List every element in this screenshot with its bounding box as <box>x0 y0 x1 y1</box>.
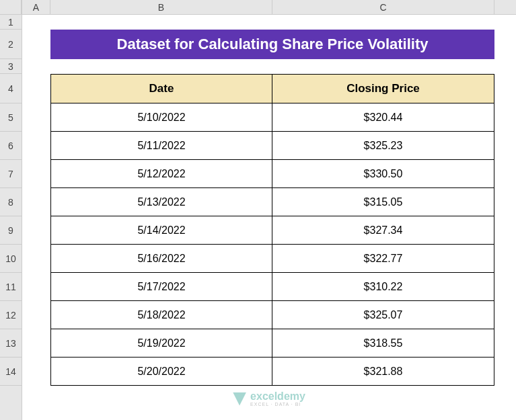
col-header-a[interactable]: A <box>22 0 50 14</box>
cell-date[interactable]: 5/11/2022 <box>50 132 272 160</box>
cell-price[interactable]: $310.22 <box>272 273 494 301</box>
column-headers: A B C <box>22 0 516 15</box>
cell-date[interactable]: 5/17/2022 <box>50 273 272 301</box>
cell-price[interactable]: $321.88 <box>272 358 494 386</box>
cell-price[interactable]: $320.44 <box>272 103 494 132</box>
cell-date[interactable]: 5/14/2022 <box>50 216 272 245</box>
spreadsheet-container: 1 2 3 4 5 6 7 8 9 10 11 12 13 14 A B C D… <box>0 0 516 420</box>
header-date[interactable]: Date <box>50 74 272 103</box>
header-price[interactable]: Closing Price <box>272 74 494 103</box>
table-row: 5/13/2022 $315.05 <box>22 188 516 216</box>
cell-date[interactable]: 5/13/2022 <box>50 188 272 216</box>
cell-date[interactable]: 5/12/2022 <box>50 160 272 188</box>
row-header-2[interactable]: 2 <box>0 30 22 59</box>
table-row: 5/12/2022 $330.50 <box>22 160 516 188</box>
cell-date[interactable]: 5/16/2022 <box>50 245 272 273</box>
cell-price[interactable]: $325.23 <box>272 132 494 160</box>
table-row: 5/19/2022 $318.55 <box>22 329 516 358</box>
cell-price[interactable]: $315.05 <box>272 188 494 216</box>
grid-content[interactable]: Dataset for Calculating Share Price Vola… <box>22 15 516 420</box>
row-header-9[interactable]: 9 <box>0 216 22 245</box>
row-header-14[interactable]: 14 <box>0 358 22 386</box>
row-header-8[interactable]: 8 <box>0 188 22 216</box>
table-row: 5/10/2022 $320.44 <box>22 103 516 132</box>
table-row: 5/20/2022 $321.88 <box>22 358 516 386</box>
row-header-7[interactable]: 7 <box>0 160 22 188</box>
dataset-title[interactable]: Dataset for Calculating Share Price Vola… <box>50 30 494 59</box>
watermark-main: exceldemy <box>250 391 305 402</box>
table-row: 5/11/2022 $325.23 <box>22 132 516 160</box>
row-headers: 1 2 3 4 5 6 7 8 9 10 11 12 13 14 <box>0 0 22 420</box>
row-header-12[interactable]: 12 <box>0 301 22 329</box>
row-header-4[interactable]: 4 <box>0 74 22 103</box>
cell-date[interactable]: 5/19/2022 <box>50 329 272 358</box>
watermark: exceldemy EXCEL · DATA · BI <box>233 391 305 407</box>
table-row: 5/17/2022 $310.22 <box>22 273 516 301</box>
title-row: Dataset for Calculating Share Price Vola… <box>22 30 516 59</box>
row-header-6[interactable]: 6 <box>0 132 22 160</box>
cell-price[interactable]: $322.77 <box>272 245 494 273</box>
cell-price[interactable]: $318.55 <box>272 329 494 358</box>
cell-price[interactable]: $327.34 <box>272 216 494 245</box>
col-header-c[interactable]: C <box>272 0 494 14</box>
row-header-11[interactable]: 11 <box>0 273 22 301</box>
select-all-corner[interactable] <box>0 0 22 15</box>
watermark-text: exceldemy EXCEL · DATA · BI <box>250 391 305 407</box>
row-header-1[interactable]: 1 <box>0 15 22 30</box>
cell-date[interactable]: 5/20/2022 <box>50 358 272 386</box>
cell-date[interactable]: 5/18/2022 <box>50 301 272 329</box>
row-header-10[interactable]: 10 <box>0 245 22 273</box>
row-header-3[interactable]: 3 <box>0 59 22 74</box>
grid-area: A B C Dataset for Calculating Share Pric… <box>22 0 516 420</box>
watermark-sub: EXCEL · DATA · BI <box>250 402 305 407</box>
row-header-13[interactable]: 13 <box>0 329 22 358</box>
watermark-logo-icon <box>233 392 246 406</box>
cell-price[interactable]: $325.07 <box>272 301 494 329</box>
cell-price[interactable]: $330.50 <box>272 160 494 188</box>
cell-date[interactable]: 5/10/2022 <box>50 103 272 132</box>
table-row: 5/14/2022 $327.34 <box>22 216 516 245</box>
table-row: 5/16/2022 $322.77 <box>22 245 516 273</box>
col-header-b[interactable]: B <box>50 0 272 14</box>
table-row: 5/18/2022 $325.07 <box>22 301 516 329</box>
table-header-row: Date Closing Price <box>22 74 516 103</box>
row-header-5[interactable]: 5 <box>0 103 22 132</box>
